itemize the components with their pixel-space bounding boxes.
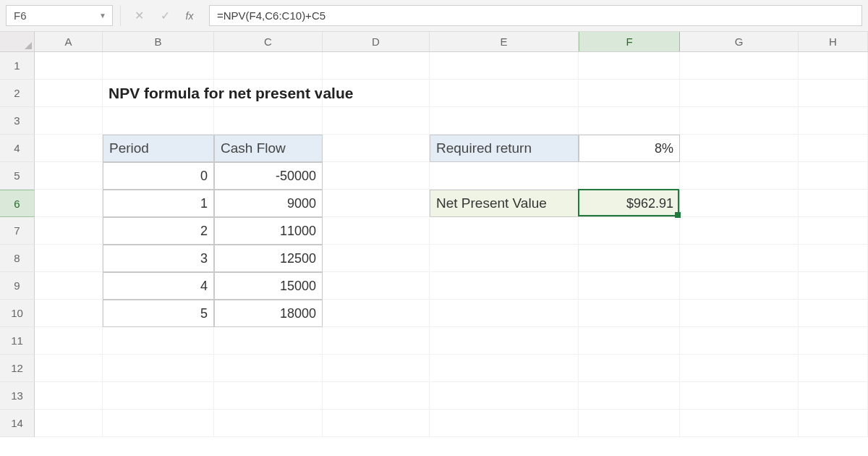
cell-E13[interactable]: [430, 382, 579, 410]
cell-B8[interactable]: 3: [103, 245, 214, 272]
row-header-9[interactable]: 9: [0, 272, 35, 300]
col-header-C[interactable]: C: [214, 32, 323, 51]
cell-G8[interactable]: [680, 245, 799, 272]
cell-C1[interactable]: [214, 52, 323, 80]
cell-F3[interactable]: [579, 107, 680, 135]
cell-G7[interactable]: [680, 217, 799, 245]
cell-C9[interactable]: 15000: [214, 272, 323, 300]
cell-A2[interactable]: [35, 80, 103, 107]
cell-C11[interactable]: [214, 327, 323, 355]
cell-E14[interactable]: [430, 410, 579, 437]
cell-A12[interactable]: [35, 355, 103, 382]
formula-input[interactable]: =NPV(F4,C6:C10)+C5: [209, 5, 862, 26]
cell-C13[interactable]: [214, 382, 323, 410]
cell-H4[interactable]: [799, 135, 868, 162]
cell-G4[interactable]: [680, 135, 799, 162]
cell-D10[interactable]: [323, 300, 430, 327]
col-header-B[interactable]: B: [103, 32, 214, 51]
cell-A13[interactable]: [35, 382, 103, 410]
col-header-D[interactable]: D: [323, 32, 430, 51]
row-header-13[interactable]: 13: [0, 382, 35, 410]
row-header-6[interactable]: 6: [0, 190, 35, 217]
cell-A8[interactable]: [35, 245, 103, 272]
select-all-corner[interactable]: [0, 32, 35, 51]
cell-A6[interactable]: [35, 190, 103, 217]
cell-B13[interactable]: [103, 382, 214, 410]
row-header-3[interactable]: 3: [0, 107, 35, 135]
cell-D13[interactable]: [323, 382, 430, 410]
col-header-E[interactable]: E: [430, 32, 579, 51]
cell-E2[interactable]: [430, 80, 579, 107]
cell-G1[interactable]: [680, 52, 799, 80]
col-header-F[interactable]: F: [579, 32, 680, 51]
cell-E12[interactable]: [430, 355, 579, 382]
cell-B2[interactable]: NPV formula for net present value: [103, 80, 214, 107]
cell-A11[interactable]: [35, 327, 103, 355]
name-box[interactable]: F6 ▼: [6, 5, 113, 26]
cell-E1[interactable]: [430, 52, 579, 80]
cell-E3[interactable]: [430, 107, 579, 135]
cell-F12[interactable]: [579, 355, 680, 382]
cancel-icon[interactable]: ✕: [132, 9, 145, 22]
cell-B6[interactable]: 1: [103, 190, 214, 217]
cell-D5[interactable]: [323, 162, 430, 190]
cell-H7[interactable]: [799, 217, 868, 245]
cell-H1[interactable]: [799, 52, 868, 80]
cell-A9[interactable]: [35, 272, 103, 300]
cell-D3[interactable]: [323, 107, 430, 135]
cell-B12[interactable]: [103, 355, 214, 382]
cell-B3[interactable]: [103, 107, 214, 135]
cell-E4[interactable]: Required return: [430, 135, 579, 162]
row-header-11[interactable]: 11: [0, 327, 35, 355]
row-header-5[interactable]: 5: [0, 162, 35, 190]
cell-G6[interactable]: [680, 190, 799, 217]
cell-A4[interactable]: [35, 135, 103, 162]
cell-H14[interactable]: [799, 410, 868, 437]
cell-E8[interactable]: [430, 245, 579, 272]
cell-A7[interactable]: [35, 217, 103, 245]
cell-D9[interactable]: [323, 272, 430, 300]
cell-H12[interactable]: [799, 355, 868, 382]
cell-D7[interactable]: [323, 217, 430, 245]
cell-G13[interactable]: [680, 382, 799, 410]
cell-H11[interactable]: [799, 327, 868, 355]
cell-H5[interactable]: [799, 162, 868, 190]
row-header-14[interactable]: 14: [0, 410, 35, 437]
cell-H13[interactable]: [799, 382, 868, 410]
cell-C2[interactable]: [214, 80, 323, 107]
cell-H2[interactable]: [799, 80, 868, 107]
cell-G10[interactable]: [680, 300, 799, 327]
cell-C6[interactable]: 9000: [214, 190, 323, 217]
cell-E7[interactable]: [430, 217, 579, 245]
cell-G3[interactable]: [680, 107, 799, 135]
cell-B5[interactable]: 0: [103, 162, 214, 190]
cell-D2[interactable]: [323, 80, 430, 107]
row-header-12[interactable]: 12: [0, 355, 35, 382]
cell-F6[interactable]: $962.91: [579, 190, 680, 217]
col-header-A[interactable]: A: [35, 32, 103, 51]
cell-C5[interactable]: -50000: [214, 162, 323, 190]
cell-A3[interactable]: [35, 107, 103, 135]
cell-A14[interactable]: [35, 410, 103, 437]
cell-C3[interactable]: [214, 107, 323, 135]
cell-C4[interactable]: Cash Flow: [214, 135, 323, 162]
row-header-2[interactable]: 2: [0, 80, 35, 107]
cell-F7[interactable]: [579, 217, 680, 245]
cell-B14[interactable]: [103, 410, 214, 437]
cell-C7[interactable]: 11000: [214, 217, 323, 245]
cell-G2[interactable]: [680, 80, 799, 107]
col-header-H[interactable]: H: [799, 32, 868, 51]
cell-H3[interactable]: [799, 107, 868, 135]
cell-E10[interactable]: [430, 300, 579, 327]
enter-icon[interactable]: ✓: [158, 9, 171, 22]
cell-G12[interactable]: [680, 355, 799, 382]
cell-F9[interactable]: [579, 272, 680, 300]
cell-H8[interactable]: [799, 245, 868, 272]
cell-E9[interactable]: [430, 272, 579, 300]
fx-icon[interactable]: fx: [184, 9, 197, 22]
cell-F2[interactable]: [579, 80, 680, 107]
row-header-4[interactable]: 4: [0, 135, 35, 162]
row-header-10[interactable]: 10: [0, 300, 35, 327]
cell-E11[interactable]: [430, 327, 579, 355]
cell-D8[interactable]: [323, 245, 430, 272]
